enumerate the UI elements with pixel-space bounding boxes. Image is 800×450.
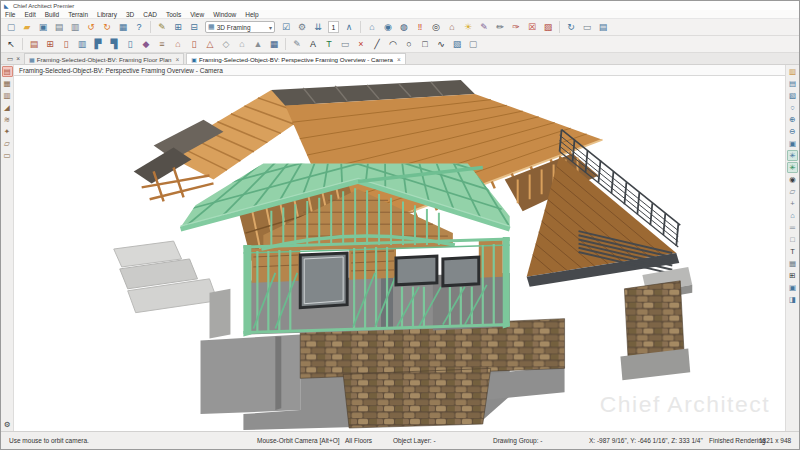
rebuild-3d-icon[interactable]: ↻: [565, 21, 578, 34]
soffit-icon[interactable]: ▜: [108, 38, 121, 51]
menu-terrain[interactable]: Terrain: [68, 11, 88, 18]
framing-member-icon[interactable]: ▭: [2, 150, 13, 161]
redo-icon[interactable]: ↻: [101, 21, 114, 34]
record-walkthrough-icon[interactable]: ◎: [430, 21, 443, 34]
menu-edit[interactable]: Edit: [24, 11, 35, 18]
circle-tools-icon[interactable]: ○: [403, 38, 416, 51]
menu-cad[interactable]: CAD: [143, 11, 157, 18]
doll-house-view-icon[interactable]: ⌂: [446, 21, 459, 34]
mouse-orbit-camera-icon[interactable]: ◍: [398, 21, 411, 34]
dimension-tools-icon[interactable]: A: [307, 38, 320, 51]
rectangle-tool-icon[interactable]: □: [787, 234, 798, 245]
text-tools-icon[interactable]: T: [323, 38, 336, 51]
fireplace-icon[interactable]: ⌂: [172, 38, 185, 51]
paste-hold-position-icon[interactable]: ⊟: [188, 21, 201, 34]
camera-position-icon[interactable]: ⌂: [787, 210, 798, 221]
deck-framing-icon[interactable]: ▱: [2, 138, 13, 149]
appliance-icon[interactable]: ▯: [124, 38, 137, 51]
grid-display-icon[interactable]: ▦: [787, 258, 798, 269]
plan-database-icon[interactable]: ▦: [117, 21, 130, 34]
swap-views-icon[interactable]: ⇊: [312, 21, 325, 34]
wall-tools-icon[interactable]: ▤: [28, 38, 41, 51]
center-view-icon[interactable]: ◉: [787, 174, 798, 185]
line-tools-icon[interactable]: ╱: [371, 38, 384, 51]
menu-file[interactable]: File: [5, 11, 15, 18]
save-plan-icon[interactable]: ▣: [37, 21, 50, 34]
display-options-icon[interactable]: ▤: [597, 21, 610, 34]
picture-tools-icon[interactable]: ▧: [451, 38, 464, 51]
saved-plan-views-dropdown[interactable]: ▦ 3D Framing ▾: [205, 21, 275, 33]
restore-window-icon[interactable]: ▭: [7, 55, 13, 63]
fill-window-icon[interactable]: ✳: [787, 150, 798, 161]
adjust-lights-icon[interactable]: ☀: [462, 21, 475, 34]
text-line-icon[interactable]: T: [787, 246, 798, 257]
polyline-tools-icon[interactable]: ∿: [435, 38, 448, 51]
gable-wall-icon[interactable]: ⌂: [236, 38, 249, 51]
grid-snaps-icon[interactable]: ⊞: [787, 270, 798, 281]
box-tools-icon[interactable]: □: [419, 38, 432, 51]
delete-icon[interactable]: ×: [355, 38, 368, 51]
material-eyedropper-icon[interactable]: ✏: [494, 21, 507, 34]
wall-framing-icon[interactable]: ▦: [2, 78, 13, 89]
build-framing-icon[interactable]: ▤: [2, 66, 13, 77]
trim-tools-icon[interactable]: ✎: [291, 38, 304, 51]
export-picture-icon[interactable]: ▭: [581, 21, 594, 34]
print-icon[interactable]: ▤: [53, 21, 66, 34]
door-tools-icon[interactable]: ▯: [60, 38, 73, 51]
menu-help[interactable]: Help: [245, 11, 258, 18]
stairs-icon[interactable]: ≡: [156, 38, 169, 51]
edit-camera-icon[interactable]: ▣: [787, 282, 798, 293]
camera-viewport[interactable]: Chief Architect: [14, 76, 785, 431]
truss-tools-icon[interactable]: ✦: [2, 126, 13, 137]
undo-zoom-icon[interactable]: ▣: [787, 138, 798, 149]
menu-window[interactable]: Window: [213, 11, 236, 18]
joist-tools-icon[interactable]: ≋: [2, 114, 13, 125]
adjust-tools-icon[interactable]: ⚙: [296, 21, 309, 34]
camera-options-icon[interactable]: ◨: [787, 294, 798, 305]
attic-wall-icon[interactable]: ▲: [252, 38, 265, 51]
new-plan-icon[interactable]: ▢: [5, 21, 18, 34]
cabinet-base-icon[interactable]: ▥: [76, 38, 89, 51]
toggle-display-icon[interactable]: ☑: [280, 21, 293, 34]
floor-plan-view-icon[interactable]: ⌂: [366, 21, 379, 34]
tab-framing-floor-plan[interactable]: ▦ Framing-Selected-Object-BV: Framing Fl…: [24, 53, 184, 64]
menu-view[interactable]: View: [190, 11, 204, 18]
menu-tools[interactable]: Tools: [166, 11, 181, 18]
menu-build[interactable]: Build: [45, 11, 59, 18]
floor-framing-icon[interactable]: ▥: [2, 90, 13, 101]
window-tools-icon[interactable]: ⊞: [44, 38, 57, 51]
undo-icon[interactable]: ↺: [85, 21, 98, 34]
arc-tools-icon[interactable]: ◠: [387, 38, 400, 51]
edit-area-icon[interactable]: ✎: [156, 21, 169, 34]
material-painter-icon[interactable]: ✑: [510, 21, 523, 34]
library-browser-icon[interactable]: ▥: [787, 66, 798, 77]
tab-perspective-framing-overview[interactable]: ▣ Framing-Selected-Object-BV: Perspectiv…: [186, 53, 406, 64]
active-layer-options-icon[interactable]: ▤: [787, 78, 798, 89]
project-browser-icon[interactable]: ▧: [787, 90, 798, 101]
library-object-icon[interactable]: ◆: [140, 38, 153, 51]
blend-colors-icon[interactable]: ☒: [526, 21, 539, 34]
zoom-icon[interactable]: ○: [787, 102, 798, 113]
full-camera-icon[interactable]: ◉: [382, 21, 395, 34]
up-one-floor-icon[interactable]: ∧: [343, 21, 356, 34]
spray-tool-icon[interactable]: ✎: [478, 21, 491, 34]
niche-icon[interactable]: ▯: [188, 38, 201, 51]
ceiling-plane-icon[interactable]: ◇: [220, 38, 233, 51]
zoom-out-icon[interactable]: ⊖: [787, 126, 798, 137]
copy-region-icon[interactable]: ⊞: [172, 21, 185, 34]
roof-framing-icon[interactable]: ◢: [2, 102, 13, 113]
open-plan-icon[interactable]: ▰: [21, 21, 34, 34]
current-floor-indicator[interactable]: 1: [328, 21, 339, 33]
tape-measure-icon[interactable]: ═: [787, 222, 798, 233]
floor-overview-icon[interactable]: ▦: [268, 38, 281, 51]
roof-tools-icon[interactable]: △: [204, 38, 217, 51]
close-tab-icon[interactable]: ×: [176, 56, 180, 63]
material-brush-icon[interactable]: ▨: [542, 21, 555, 34]
cross-section-icon[interactable]: +: [787, 198, 798, 209]
status-floors[interactable]: All Floors: [345, 437, 372, 444]
close-window-icon[interactable]: ×: [16, 55, 20, 62]
fill-window-building-icon[interactable]: ✳: [787, 162, 798, 173]
walkthrough-icon[interactable]: ‼: [414, 21, 427, 34]
menu-library[interactable]: Library: [97, 11, 117, 18]
close-tab-icon[interactable]: ×: [397, 56, 401, 63]
